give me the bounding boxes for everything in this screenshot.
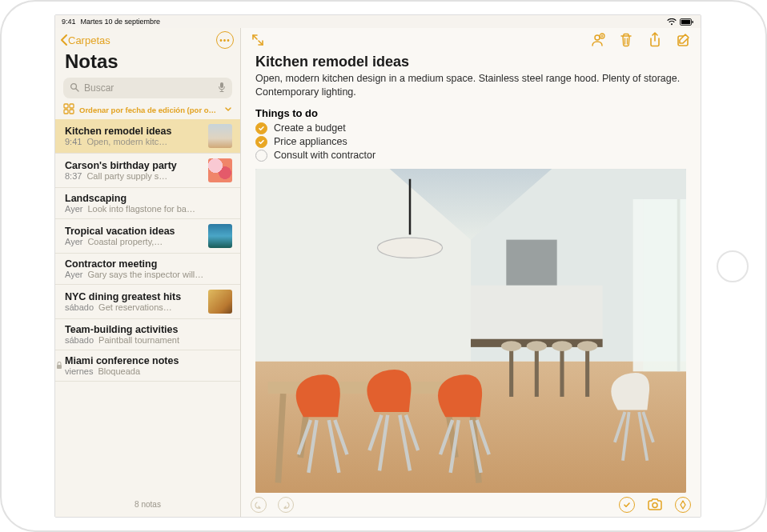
sidebar-title: Notas bbox=[55, 50, 240, 78]
expand-button[interactable] bbox=[249, 31, 267, 49]
back-button[interactable]: Carpetas bbox=[58, 34, 110, 46]
svg-point-30 bbox=[527, 341, 547, 351]
sort-label: Ordenar por fecha de edición (por omisió… bbox=[79, 106, 219, 114]
note-item-subtitle: sábadoGet reservations… bbox=[65, 302, 202, 312]
svg-point-32 bbox=[577, 341, 597, 351]
checklist-item[interactable]: Create a budget bbox=[255, 122, 686, 135]
svg-rect-2 bbox=[693, 21, 693, 23]
note-item-subtitle: sábadoPaintball tournament bbox=[65, 335, 232, 345]
more-button[interactable]: ••• bbox=[216, 31, 234, 49]
svg-rect-7 bbox=[64, 110, 68, 114]
dictation-icon[interactable] bbox=[218, 82, 226, 95]
note-list-item[interactable]: Miami conference notesviernesBloqueada bbox=[55, 350, 240, 382]
bottom-toolbar bbox=[241, 493, 701, 517]
svg-rect-4 bbox=[220, 82, 223, 88]
note-item-title: Carson's birthday party bbox=[65, 160, 202, 171]
note-item-subtitle: AyerGary says the inspector will… bbox=[65, 270, 232, 279]
note-item-subtitle: viernesBloqueada bbox=[65, 366, 232, 376]
svg-rect-24 bbox=[506, 239, 556, 285]
note-list-item[interactable]: Team-building activitiessábadoPaintball … bbox=[55, 319, 240, 350]
checklist-item[interactable]: Price appliances bbox=[255, 135, 686, 149]
wifi-icon bbox=[667, 18, 677, 26]
svg-rect-1 bbox=[681, 19, 690, 23]
checklist-item-label: Create a budget bbox=[274, 122, 346, 134]
note-item-subtitle: 8:37Call party supply s… bbox=[65, 171, 202, 181]
checkbox-checked-icon[interactable] bbox=[255, 122, 267, 134]
share-button[interactable] bbox=[646, 31, 664, 49]
screen: 9:41 Martes 10 de septiembre Carpetas bbox=[54, 14, 701, 518]
checkmark-icon bbox=[623, 501, 631, 509]
notes-list: Kitchen remodel ideas9:41Open, modern ki… bbox=[55, 119, 240, 494]
note-item-title: NYC dining greatest hits bbox=[65, 291, 202, 302]
notes-app: Carpetas ••• Notas Buscar bbox=[55, 28, 701, 517]
note-attachment-image[interactable] bbox=[255, 169, 686, 493]
pen-icon bbox=[679, 500, 687, 510]
note-item-title: Kitchen remodel ideas bbox=[65, 126, 202, 137]
checkbox-unchecked-icon[interactable] bbox=[255, 150, 267, 162]
search-icon bbox=[70, 82, 79, 94]
camera-icon bbox=[647, 498, 663, 511]
note-item-title: Landscaping bbox=[65, 193, 232, 204]
checklist-heading: Things to do bbox=[255, 107, 686, 119]
search-placeholder: Buscar bbox=[84, 82, 213, 94]
status-bar: 9:41 Martes 10 de septiembre bbox=[55, 15, 701, 28]
note-content[interactable]: Kitchen remodel ideas Open, modern kitch… bbox=[241, 52, 701, 493]
sidebar: Carpetas ••• Notas Buscar bbox=[55, 28, 241, 517]
checklist: Create a budgetPrice appliancesConsult w… bbox=[255, 122, 686, 162]
delete-button[interactable] bbox=[617, 31, 635, 49]
markup-button[interactable] bbox=[675, 497, 691, 513]
note-list-item[interactable]: NYC dining greatest hitssábadoGet reserv… bbox=[55, 285, 240, 319]
share-icon bbox=[649, 32, 661, 48]
svg-point-10 bbox=[595, 35, 600, 40]
note-list-item[interactable]: LandscapingAyerLook into flagstone for b… bbox=[55, 188, 240, 219]
top-toolbar bbox=[241, 28, 701, 52]
note-list-item[interactable]: Tropical vacation ideasAyerCoastal prope… bbox=[55, 219, 240, 254]
sort-row[interactable]: Ordenar por fecha de edición (por omisió… bbox=[55, 103, 240, 119]
svg-point-21 bbox=[377, 238, 442, 258]
svg-point-54 bbox=[653, 503, 657, 508]
note-item-title: Miami conference notes bbox=[65, 355, 232, 366]
home-button[interactable] bbox=[717, 250, 749, 282]
svg-rect-5 bbox=[64, 104, 68, 108]
ellipsis-icon: ••• bbox=[219, 36, 231, 45]
collaborate-button[interactable] bbox=[588, 31, 606, 49]
note-body: Open, modern kitchen design in a medium … bbox=[255, 72, 686, 99]
checklist-item[interactable]: Consult with contractor bbox=[255, 149, 686, 162]
back-label: Carpetas bbox=[68, 34, 110, 46]
note-item-title: Team-building activities bbox=[65, 324, 232, 335]
note-item-subtitle: AyerCoastal property,… bbox=[65, 237, 202, 246]
svg-rect-22 bbox=[471, 285, 603, 341]
checklist-item-label: Consult with contractor bbox=[274, 150, 375, 161]
undo-button bbox=[251, 497, 267, 513]
status-time: 9:41 bbox=[62, 18, 76, 26]
svg-rect-9 bbox=[57, 365, 62, 369]
compose-icon bbox=[677, 33, 691, 47]
compose-button[interactable] bbox=[675, 31, 693, 49]
lock-icon bbox=[56, 358, 62, 373]
checklist-button[interactable] bbox=[619, 497, 635, 513]
checkbox-checked-icon[interactable] bbox=[255, 136, 267, 148]
gallery-view-icon[interactable] bbox=[63, 103, 74, 116]
note-item-subtitle: 9:41Open, modern kitc… bbox=[65, 137, 202, 146]
sidebar-footer: 8 notas bbox=[55, 494, 240, 517]
camera-button[interactable] bbox=[646, 496, 664, 514]
person-add-icon bbox=[589, 33, 605, 47]
search-input[interactable]: Buscar bbox=[63, 78, 232, 98]
battery-icon bbox=[680, 18, 694, 26]
note-item-thumbnail bbox=[208, 158, 232, 182]
note-list-item[interactable]: Carson's birthday party8:37Call party su… bbox=[55, 154, 240, 188]
note-view: Kitchen remodel ideas Open, modern kitch… bbox=[241, 28, 701, 517]
note-list-item[interactable]: Contractor meetingAyerGary says the insp… bbox=[55, 254, 240, 285]
svg-point-3 bbox=[71, 83, 77, 89]
ipad-device: 9:41 Martes 10 de septiembre Carpetas bbox=[0, 0, 767, 532]
status-date: Martes 10 de septiembre bbox=[81, 18, 161, 26]
trash-icon bbox=[620, 33, 632, 47]
note-list-item[interactable]: Kitchen remodel ideas9:41Open, modern ki… bbox=[55, 119, 240, 154]
svg-point-29 bbox=[501, 341, 521, 351]
note-item-thumbnail bbox=[208, 224, 232, 248]
note-item-title: Contractor meeting bbox=[65, 258, 232, 270]
expand-icon bbox=[251, 34, 264, 46]
note-item-subtitle: AyerLook into flagstone for ba… bbox=[65, 204, 232, 214]
undo-icon bbox=[255, 501, 263, 509]
svg-rect-8 bbox=[70, 110, 74, 114]
